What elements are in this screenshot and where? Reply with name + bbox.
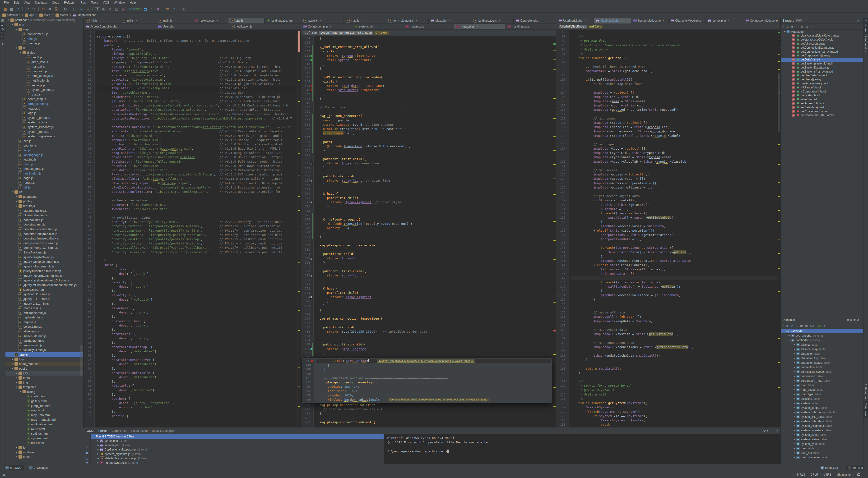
error-stripe[interactable] — [298, 30, 301, 427]
structure-item[interactable]: misAlliance():bool — [781, 85, 864, 89]
menu-code[interactable]: Code — [50, 0, 62, 5]
tab-form_element.js[interactable]: JSform_element.js✕ — [386, 18, 428, 24]
tree-file-page.js[interactable]: JSpage.js — [5, 176, 83, 181]
tree-folder-tooltip[interactable]: ▶tooltip — [5, 454, 83, 459]
tree-folder-public[interactable]: ▼public — [5, 366, 83, 371]
tab-Controller.php[interactable]: phpController.php✕ — [514, 18, 556, 24]
tree-folder-templates[interactable]: ▼templates — [5, 385, 83, 389]
db-table-system[interactable]: ▶▦system: table — [781, 401, 864, 406]
tool-button-6: TODO[interactable]: ✎6: TODO — [3, 466, 24, 470]
breadcrumb-chip[interactable]: &:hover — [374, 31, 389, 35]
tree-file-settings.js[interactable]: JSsettings.js — [5, 83, 83, 88]
tab-notification.js[interactable]: JSnotification.js✕ — [228, 24, 301, 29]
db-tool-icon[interactable]: ▤ — [805, 324, 808, 327]
tree-file-map_info.js[interactable]: JSmap_info.js — [5, 69, 83, 74]
db-tool-icon[interactable]: SQL — [810, 325, 814, 327]
close-tab-icon[interactable]: ✕ — [135, 20, 137, 22]
tab-cortex.php[interactable]: phpcortex.php✕ — [706, 18, 743, 24]
structure-item[interactable]: mgetUsers():array — [781, 77, 864, 82]
todo-tool-icon[interactable]: ↑ — [83, 435, 90, 439]
menu-navigate[interactable]: Navigate — [32, 0, 49, 5]
tree-file-render.js[interactable]: JSrender.js — [5, 181, 83, 185]
todo-tool-icon[interactable]: ? — [83, 446, 90, 449]
tree-file-bootstrap-editable.min.js[interactable]: JSbootstrap-editable.min.js — [5, 231, 83, 236]
tree-file-jquery.dragToSelect.js[interactable]: JSjquery.dragToSelect.js — [5, 255, 83, 259]
tree-folder-app[interactable]: ▼app — [5, 23, 83, 27]
tool-button-Event Log[interactable]: ▤Event Log — [818, 466, 840, 470]
status-caret-position[interactable]: 447:14 — [794, 473, 808, 477]
tree-file-velocity.min.js[interactable]: JSvelocity.min.js — [5, 343, 83, 348]
tree-file-header.js[interactable]: JSheader.js — [5, 106, 83, 111]
synchronize-icon[interactable]: ⟳ — [15, 6, 21, 12]
chevron-down-icon[interactable]: ▼ — [19, 391, 22, 393]
tree-file-jquery-1.11.2.min.js[interactable]: JSjquery-1.11.2.min.js — [5, 292, 83, 297]
tree-file-blueimp-helper.js[interactable]: JSblueimp-helper.js — [5, 213, 83, 218]
close-tab-icon[interactable]: ✕ — [448, 20, 450, 22]
revert-icon[interactable]: ↺ — [155, 6, 161, 12]
structure-item[interactable]: mgetCharactersData():array — [781, 113, 864, 117]
tree-file-select2.min.js[interactable]: JSselect2.min.js — [5, 324, 83, 329]
chevron-right-icon[interactable]: ▶ — [15, 205, 18, 207]
tree-file-dom.jsPlumb-1.7.5-min.js[interactable]: JSdom.jsPlumb-1.7.5-min.js — [5, 246, 83, 250]
menu-file[interactable]: File — [1, 0, 11, 5]
tab-UserModel.php[interactable]: phpUserModel.php✕ — [556, 18, 594, 24]
tree-folder-requirejs[interactable]: ▶requirejs — [5, 204, 83, 209]
structure-item[interactable]: mhasAccess(user):bool — [781, 82, 864, 86]
undo-icon[interactable]: ↶ — [24, 6, 31, 12]
error-stripe[interactable] — [553, 36, 556, 427]
breadcrumb-chip[interactable]: svg.pf-map-connection-stargate — [319, 31, 373, 35]
todo-found-row[interactable]: ▼Found 7 TODO items in 6 files — [91, 434, 383, 439]
tab-app.js[interactable]: JSapp.js✕ — [228, 18, 265, 24]
tree-folder-ui[interactable]: ▼ui — [5, 46, 83, 51]
tree-file-notification.js[interactable]: JSnotification.js — [5, 78, 83, 83]
todo-file-schema.php[interactable]: ▶phpschema.php(1 item) — [91, 443, 383, 448]
menu-run[interactable]: Run — [78, 0, 89, 5]
tool-windows-toggle-icon[interactable]: ▦ — [0, 18, 5, 23]
structure-item[interactable]: msetAccess(obj):void — [781, 101, 864, 105]
tree-file-settings.html[interactable]: 5settings.html — [5, 431, 83, 436]
db-tool-icon[interactable]: DDL — [817, 325, 821, 327]
settings-icon[interactable]: ⚒ — [164, 6, 171, 12]
close-tab-icon[interactable]: ✕ — [426, 25, 428, 28]
readonly-lock-icon[interactable] — [854, 473, 864, 477]
structure-item[interactable]: msetData(data):void — [781, 105, 864, 109]
tab-Connection.php[interactable]: phpConnection.php✕ — [301, 24, 352, 29]
tab-map.js[interactable]: JSmap.js✕ — [343, 18, 386, 24]
chevron-down-icon[interactable]: ▼ — [19, 52, 22, 54]
structure-item[interactable]: mgetCorporations():array — [781, 54, 864, 58]
chevron-down-icon[interactable]: ▼ — [11, 191, 14, 193]
todo-file-system_signature.js[interactable]: ▶JSsystem_signature.js(1 item) — [91, 452, 383, 456]
find-icon[interactable] — [62, 6, 69, 12]
tree-file-route.html[interactable]: 5route.html — [5, 426, 83, 431]
db-table-system_kills_factions[interactable]: ▶▦system_kills_factions: table — [781, 410, 864, 414]
tree-file-system_info.js[interactable]: JSsystem_info.js — [5, 120, 83, 125]
tab-AccessController.php[interactable]: phpAccessController.php✕ — [84, 24, 156, 29]
editor-code[interactable]: /** * get map data * -> this includes sy… — [571, 30, 777, 427]
structure-filter-icon[interactable]: ▣ — [791, 25, 794, 28]
chevron-down-icon[interactable]: ▼ — [15, 386, 18, 388]
db-table-system_type[interactable]: ▶▦system_type: table — [781, 442, 864, 446]
tree-file-map.html[interactable]: 5map.html — [5, 408, 83, 413]
todo-tab-current-file[interactable]: Current File — [112, 429, 126, 433]
chevron-right-icon[interactable]: ▶ — [15, 451, 18, 453]
structure-item[interactable]: mgetConnectionData():array — [781, 45, 864, 50]
tree-file-mustache.min.js[interactable]: JSmustache.min.js — [5, 310, 83, 315]
structure-filter-icon[interactable]: » — [811, 25, 812, 28]
tree-file-app.js[interactable]: JSapp.js — [5, 352, 83, 357]
db-table-system_status[interactable]: ▶▦system_status: table — [781, 437, 864, 442]
tree-folder-form[interactable]: ▶form — [5, 445, 83, 450]
vcs-commit-icon[interactable]: VCS⇡ — [136, 6, 142, 12]
tool-button-2: Favorites[interactable]: 2: Favorites — [864, 382, 868, 402]
db-schema-eve_phoebe[interactable]: ▶▦eve_phoebe: schema — [781, 333, 864, 338]
menu-edit[interactable]: Edit — [11, 0, 21, 5]
shelve-icon[interactable]: ⬒ — [142, 6, 149, 12]
menu-help[interactable]: Help — [127, 0, 138, 5]
chevron-down-icon[interactable]: ▼ — [7, 19, 10, 21]
tab-ConnectionModel.php[interactable]: phpConnectionModel.php✕ — [743, 18, 781, 24]
close-tab-icon[interactable]: ✕ — [531, 25, 533, 28]
tab-main.js[interactable]: JSmain.js✕ — [156, 18, 192, 24]
chevron-right-icon[interactable]: ▶ — [15, 372, 18, 374]
redo-icon[interactable]: ↷ — [31, 6, 37, 12]
menu-refactor[interactable]: Refactor — [62, 0, 78, 5]
tree-folder-datatables[interactable]: ▶datatables — [5, 194, 83, 199]
